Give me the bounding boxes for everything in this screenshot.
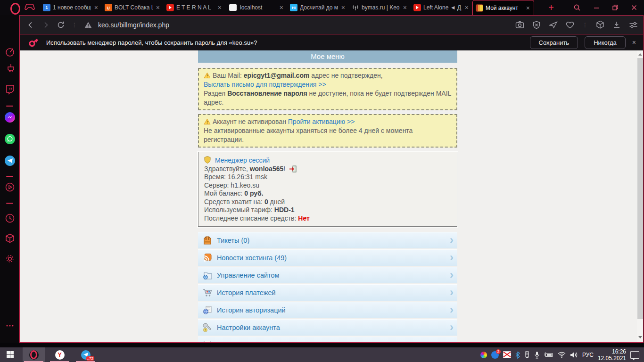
snapshot-camera-icon[interactable] [515,21,524,29]
new-tab-button[interactable]: + [545,1,557,14]
bluetooth-icon[interactable] [515,351,520,359]
minimize-button[interactable] [593,4,600,11]
gx-control-gauge-icon[interactable] [5,46,15,58]
language-indicator[interactable]: РУС [582,352,594,358]
account-menu: Тикеты (0) › Новости хостинга (49) › Упр… [198,232,457,343]
taskbar-clock[interactable]: 16:26 12.05.2021 [598,348,626,362]
twitch-icon[interactable] [5,84,15,95]
color-profile-icon[interactable] [480,352,487,358]
forward-icon[interactable] [41,21,50,29]
knowledge-base-icon [202,339,213,343]
close-window-button[interactable] [631,4,637,11]
window-bottom-frame [0,343,644,347]
browser-tab[interactable]: bymas.ru | Keo × [349,0,411,15]
wifi-icon[interactable] [558,352,566,358]
browser-tab[interactable]: Left Alone ◄ Д × [411,0,472,15]
taskbar-yandex[interactable]: Y [49,347,71,362]
adblock-shield-icon[interactable] [532,21,541,29]
send-confirmation-link[interactable]: Выслать письмо для подтверждения >> [204,81,326,88]
scroll-up-arrow-icon[interactable] [638,53,642,56]
player-play-icon[interactable] [5,182,15,192]
menu-item-hosting-news[interactable]: Новости хостинга (49) › [198,249,457,266]
download-icon[interactable] [612,21,621,29]
save-password-button[interactable]: Сохранить [530,36,578,49]
bookmark-heart-icon[interactable] [566,21,574,29]
browser-tab[interactable]: 1 1 новое сообщ × [40,0,102,15]
extension-cube-icon[interactable] [596,20,604,29]
session-manager-link[interactable]: Менеджер сессий [215,156,270,164]
error-status-icon[interactable] [503,351,511,358]
my-flow-icon[interactable] [549,21,558,29]
tab-close-icon[interactable]: × [217,4,223,11]
menu-item-account-settings[interactable]: Настройки аккаунта › [198,319,457,336]
volume-icon[interactable] [570,352,578,358]
whatsapp-icon[interactable] [5,134,15,144]
youtube-favicon [166,4,174,11]
microphone-icon[interactable] [534,351,540,359]
close-bar-icon[interactable]: × [632,39,636,46]
messenger-icon[interactable] [5,112,15,123]
menu-item-label: Настройки аккаунта [217,324,280,331]
opera-logo-icon[interactable] [10,3,20,15]
easy-setup-sliders-icon[interactable] [629,21,638,29]
opera-gx-icon [29,350,39,360]
browser-toolbar: ⋮ keo.su/billmgr/index.php ⋮ [20,16,644,34]
settings-gear-icon[interactable] [5,254,15,264]
tariff-value: HDD-1 [274,206,295,214]
usb-icon[interactable] [524,351,530,359]
browser-tab[interactable]: localhost × [225,0,287,15]
start-button[interactable] [0,347,20,362]
restore-button[interactable] [612,4,619,11]
gx-cleaner-broom-icon[interactable] [5,63,15,74]
extensions-cube-icon[interactable] [5,233,15,244]
page-scrollbar[interactable] [637,50,644,343]
gx-controller-icon[interactable] [25,3,35,11]
browser-tab[interactable]: HI Досчитай до м × [287,0,349,15]
menu-item-tickets[interactable]: Тикеты (0) › [198,232,457,248]
tab-bar: 1 1 новое сообщ × ∪ BOLT Собака Ц × E T … [0,0,644,15]
address-url[interactable]: keo.su/billmgr/index.php [98,21,169,29]
toolbar-separator-dots: ⋮ [582,22,588,28]
menu-item-auth-history[interactable]: История авторизаций › [198,302,457,318]
browser-tab[interactable]: E T E R N A L × [164,0,225,15]
tab-close-icon[interactable]: × [402,4,408,11]
menu-item-payment-history[interactable]: История платежей › [198,284,457,301]
tab-close-icon[interactable]: × [340,4,346,11]
browser-tab-active[interactable]: Мой аккаунт × [472,0,534,15]
tab-close-icon[interactable]: × [155,4,161,11]
page-title: Мое меню [198,50,457,63]
back-icon[interactable] [26,21,35,29]
tab-close-icon[interactable]: × [279,4,284,11]
gx-sidebar [0,15,19,347]
chevron-right-icon: › [450,251,454,264]
tab-close-icon[interactable]: × [525,4,531,12]
greeting-post: ! [283,165,285,173]
chevron-right-icon: › [450,303,454,316]
activation-link[interactable]: Пройти активацию >> [288,118,355,125]
scrollbar-thumb[interactable] [637,58,643,319]
history-clock-icon[interactable] [5,213,15,223]
sidebar-more-dots-icon[interactable] [6,324,14,327]
search-icon[interactable] [573,4,581,11]
tab-close-icon[interactable]: × [93,4,99,11]
tab-close-icon[interactable]: × [464,4,470,11]
tab-title: Left Alone ◄ Д [423,4,462,11]
never-save-button[interactable]: Никогда [585,36,626,49]
notification-count-badge: 2 [496,349,501,354]
taskbar-telegram[interactable]: ..72 [74,347,97,362]
logout-exit-icon[interactable] [289,165,297,173]
menu-item-site-management[interactable]: Управление сайтом › [198,267,457,283]
action-center-icon[interactable] [630,351,639,359]
taskbar-opera-gx[interactable] [23,347,45,362]
scroll-down-arrow-icon[interactable] [638,336,642,338]
windows-taskbar: Y ..72 2 РУС 16:26 1 [0,347,644,362]
notification-app-icon[interactable]: 2 [491,351,499,359]
browser-tab[interactable]: ∪ BOLT Собака Ц × [102,0,164,15]
reload-icon[interactable] [57,21,65,29]
telegram-icon[interactable] [5,156,15,166]
battery-charging-icon[interactable] [544,352,553,358]
menu-item-knowledge-base[interactable]: База знаний › [198,337,457,343]
last-charge-value: Нет [298,214,310,222]
password-manager-bar: Использовать менеджер паролей, чтобы сох… [20,34,644,50]
site-security-warning-icon[interactable] [84,21,92,29]
